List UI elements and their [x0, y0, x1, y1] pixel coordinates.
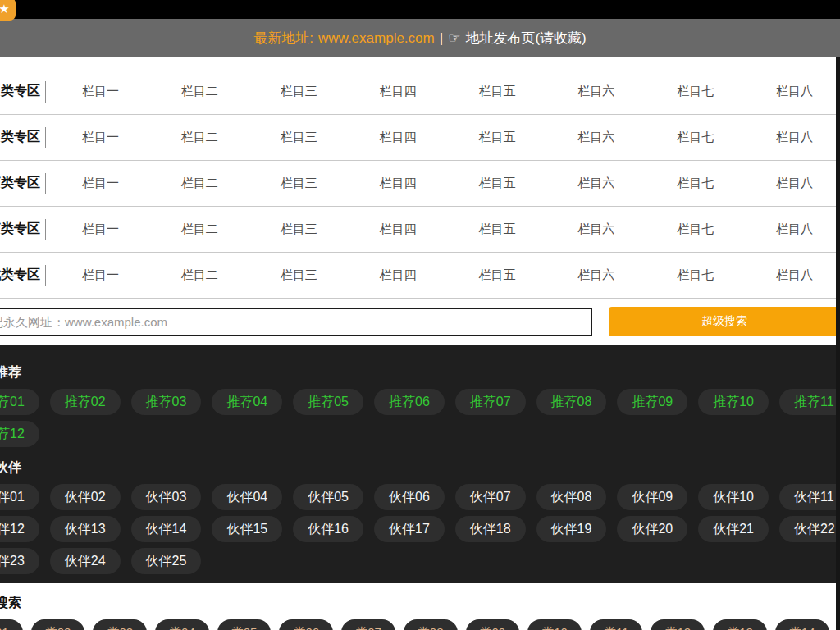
nav-row: 戊类专区栏目一栏目二栏目三栏目四栏目五栏目六栏目七栏目八: [0, 253, 840, 299]
category-nav: 甲类专区栏目一栏目二栏目三栏目四栏目五栏目六栏目七栏目八乙类专区栏目一栏目二栏目…: [0, 57, 840, 299]
nav-row-label: 戊类专区: [0, 267, 45, 284]
recommend-link[interactable]: 推荐04: [212, 389, 282, 415]
nav-link[interactable]: 栏目一: [51, 267, 150, 283]
nav-link[interactable]: 栏目八: [745, 130, 840, 145]
hot-search-link[interactable]: 类07: [341, 619, 395, 630]
nav-link[interactable]: 栏目三: [249, 221, 349, 237]
nav-link[interactable]: 栏目七: [646, 221, 745, 237]
nav-link[interactable]: 栏目四: [349, 267, 448, 283]
recommend-link[interactable]: 推荐07: [455, 389, 526, 415]
hot-search-link[interactable]: 类06: [279, 619, 333, 630]
site-logo-icon[interactable]: ★: [0, 0, 16, 21]
nav-link[interactable]: 栏目六: [546, 267, 646, 283]
recommend-link[interactable]: 推荐02: [50, 389, 121, 415]
recommend-link[interactable]: 推荐03: [131, 389, 202, 415]
nav-link[interactable]: 栏目七: [646, 130, 745, 145]
partners-link[interactable]: 伙伴08: [536, 484, 607, 510]
partners-link[interactable]: 伙伴21: [698, 516, 769, 542]
nav-link[interactable]: 栏目八: [745, 221, 840, 237]
nav-link[interactable]: 栏目八: [745, 84, 840, 99]
nav-link[interactable]: 栏目六: [546, 176, 646, 191]
hot-search-link[interactable]: 类02: [31, 619, 85, 630]
vertical-divider: [45, 173, 46, 194]
partners-link[interactable]: 伙伴17: [374, 516, 445, 542]
partners-link[interactable]: 伙伴05: [293, 484, 363, 510]
partners-link[interactable]: 伙伴12: [0, 516, 39, 542]
partners-link[interactable]: 伙伴11: [779, 484, 840, 510]
nav-link[interactable]: 栏目四: [349, 130, 448, 145]
nav-link[interactable]: 栏目三: [249, 267, 349, 283]
nav-link[interactable]: 栏目六: [546, 221, 646, 237]
hot-search-link[interactable]: 类13: [713, 619, 767, 630]
nav-link[interactable]: 栏目二: [150, 176, 249, 191]
nav-link[interactable]: 栏目八: [745, 267, 840, 283]
hot-search-link[interactable]: 类05: [217, 619, 272, 630]
recommend-link[interactable]: 推荐11: [779, 389, 840, 415]
nav-link[interactable]: 栏目四: [349, 176, 448, 191]
partners-link[interactable]: 伙伴16: [293, 516, 363, 542]
partners-link[interactable]: 伙伴25: [131, 548, 202, 574]
hot-search-link[interactable]: 类10: [527, 619, 582, 630]
nav-link[interactable]: 栏目五: [448, 176, 547, 191]
nav-link[interactable]: 栏目一: [51, 130, 150, 145]
nav-link[interactable]: 栏目五: [448, 221, 547, 237]
partners-link[interactable]: 伙伴01: [0, 484, 39, 510]
nav-link[interactable]: 栏目五: [448, 267, 547, 283]
partners-link[interactable]: 伙伴20: [617, 516, 687, 542]
nav-link[interactable]: 栏目二: [150, 130, 249, 145]
super-search-button[interactable]: 超级搜索: [609, 307, 840, 336]
nav-link[interactable]: 栏目一: [51, 84, 150, 99]
nav-link[interactable]: 栏目二: [150, 84, 249, 99]
partners-link[interactable]: 伙伴10: [698, 484, 769, 510]
partners-link[interactable]: 伙伴09: [617, 484, 687, 510]
nav-link[interactable]: 栏目二: [150, 221, 249, 237]
recommend-link[interactable]: 推荐08: [536, 389, 607, 415]
vertical-scrollbar[interactable]: [836, 57, 840, 630]
partners-link[interactable]: 伙伴07: [455, 484, 526, 510]
nav-link[interactable]: 栏目三: [249, 84, 349, 99]
recommend-link[interactable]: 推荐06: [374, 389, 445, 415]
nav-link[interactable]: 栏目一: [51, 221, 150, 237]
nav-link[interactable]: 栏目七: [646, 267, 745, 283]
nav-link[interactable]: 栏目四: [349, 221, 448, 237]
hot-search-link[interactable]: 类12: [651, 619, 705, 630]
search-input[interactable]: [0, 308, 592, 336]
hot-search-link[interactable]: 类04: [155, 619, 209, 630]
partners-link[interactable]: 伙伴14: [131, 516, 202, 542]
partners-link[interactable]: 伙伴02: [50, 484, 121, 510]
recommend-link[interactable]: 推荐09: [617, 389, 687, 415]
nav-link[interactable]: 栏目三: [249, 130, 349, 145]
nav-link[interactable]: 栏目七: [646, 176, 745, 191]
nav-link[interactable]: 栏目五: [448, 130, 547, 145]
hot-search-link[interactable]: 类09: [466, 619, 520, 630]
partners-link[interactable]: 伙伴13: [50, 516, 121, 542]
nav-link[interactable]: 栏目五: [448, 84, 547, 99]
partners-link[interactable]: 伙伴06: [374, 484, 445, 510]
nav-link[interactable]: 栏目三: [249, 176, 349, 191]
address-page-link[interactable]: 地址发布页(请收藏): [465, 29, 586, 48]
partners-link[interactable]: 伙伴03: [131, 484, 202, 510]
nav-link[interactable]: 栏目一: [51, 176, 150, 191]
partners-link[interactable]: 伙伴22: [779, 516, 840, 542]
recommend-link[interactable]: 推荐01: [0, 389, 39, 415]
nav-link[interactable]: 栏目八: [745, 176, 840, 191]
partners-link[interactable]: 伙伴24: [50, 548, 121, 574]
recommend-link[interactable]: 推荐12: [0, 421, 39, 447]
nav-link[interactable]: 栏目四: [349, 84, 448, 99]
recommend-link[interactable]: 推荐05: [293, 389, 363, 415]
nav-link[interactable]: 栏目七: [646, 84, 745, 99]
nav-link[interactable]: 栏目六: [546, 130, 646, 145]
partners-link[interactable]: 伙伴04: [212, 484, 282, 510]
hot-search-link[interactable]: 类01: [0, 619, 23, 630]
hot-search-link[interactable]: 类11: [590, 619, 643, 630]
partners-link[interactable]: 伙伴19: [536, 516, 607, 542]
partners-link[interactable]: 伙伴15: [212, 516, 282, 542]
nav-link[interactable]: 栏目二: [150, 267, 249, 283]
partners-link[interactable]: 伙伴18: [455, 516, 526, 542]
nav-link[interactable]: 栏目六: [546, 84, 646, 99]
partners-link[interactable]: 伙伴23: [0, 548, 39, 574]
hot-search-link[interactable]: 类03: [93, 619, 147, 630]
recommend-link[interactable]: 推荐10: [698, 389, 769, 415]
hot-search-link[interactable]: 类14: [775, 619, 829, 630]
hot-search-link[interactable]: 类08: [404, 619, 458, 630]
